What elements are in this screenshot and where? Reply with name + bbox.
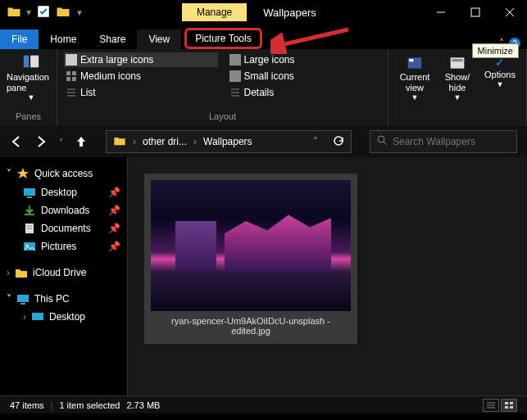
svg-rect-27 [24,188,35,196]
file-thumbnail[interactable]: ryan-spencer-Um9AkOiIDcU-unsplash - edit… [144,174,357,344]
close-button[interactable] [493,0,527,25]
checkbox-icon[interactable] [36,4,51,21]
minimize-button[interactable] [424,0,458,25]
svg-rect-2 [471,8,479,16]
details-view-button[interactable] [483,399,499,412]
list-option[interactable]: List [64,85,218,100]
quick-access-item[interactable]: ˅Quick access [0,164,127,183]
manage-tab[interactable]: Manage [182,3,247,21]
window-title: Wallpapers [263,7,316,19]
navigation-pane-button[interactable]: Navigation pane ▼ [7,52,56,102]
qat-dropdown-icon[interactable]: ▼ [75,8,84,17]
search-input[interactable] [393,136,510,147]
title-bar: ▾ ▼ Manage Wallpapers [0,0,527,25]
navigation-toolbar: ˅ › other dri... › Wallpapers ˅ [0,126,527,157]
address-bar[interactable]: › other dri... › Wallpapers ˅ [106,130,352,153]
folder-icon [15,267,28,278]
selection-count: 1 item selected [59,400,120,410]
svg-line-5 [277,29,348,46]
view-tab[interactable]: View [137,29,181,49]
sidebar-desktop2[interactable]: ›Desktop [0,308,127,326]
ribbon-tabs: File Home Share View Picture Tools ˄ ? [0,25,527,49]
chevron-down-icon: ▼ [28,93,35,102]
medium-icons-option[interactable]: Medium icons [64,69,218,84]
panes-group-label: Panes [7,110,50,123]
pin-icon: 📌 [108,205,120,216]
annotation-arrow [270,26,352,54]
file-tab[interactable]: File [0,29,39,49]
minimize-tooltip: Minimize [472,43,519,58]
dropdown-icon[interactable]: ▾ [26,7,31,18]
svg-line-26 [384,142,387,145]
breadcrumb-drive[interactable]: other dri... [143,136,187,147]
up-button[interactable] [75,135,88,148]
folder-icon [113,135,126,149]
folder-icon[interactable] [7,4,21,21]
extra-large-icons-option[interactable]: Extra large icons [64,52,218,67]
refresh-icon[interactable] [333,135,344,149]
content-area[interactable]: ryan-spencer-Um9AkOiIDcU-unsplash - edit… [127,157,527,395]
maximize-button[interactable] [458,0,493,25]
svg-rect-43 [510,406,513,409]
current-view-button[interactable]: Current view▼ [395,56,434,102]
svg-rect-34 [17,295,29,302]
desktop-icon [23,187,36,198]
home-tab[interactable]: Home [39,29,88,49]
svg-rect-36 [32,313,43,320]
svg-rect-13 [72,77,76,81]
sidebar-thispc[interactable]: ˅This PC [0,290,127,308]
forward-button[interactable] [34,135,48,148]
svg-point-25 [378,136,384,142]
options-button[interactable]: ✓Options▼ [480,56,520,89]
sidebar-pictures[interactable]: Pictures📌 [0,237,127,255]
chevron-down-icon: ˅ [7,293,11,305]
thumbnail-image [151,180,351,311]
selection-size: 2.73 MB [126,400,160,410]
small-icons-option[interactable]: Small icons [228,69,382,84]
download-icon [23,205,36,216]
show-hide-button[interactable]: Show/ hide▼ [438,56,477,102]
large-icons-option[interactable]: Large icons [228,52,382,67]
layout-options: Extra large icons Large icons Medium ico… [64,52,381,100]
folder-small-icon[interactable] [56,4,70,21]
svg-rect-41 [510,402,513,404]
sidebar-icloud[interactable]: ›iCloud Drive [0,264,127,282]
ribbon: Navigation pane ▼ Panes Extra large icon… [0,49,527,126]
thumbnails-view-button[interactable] [501,399,517,412]
recent-dropdown[interactable]: ˅ [59,138,63,147]
status-bar: 47 items | 1 item selected 2.73 MB [0,395,527,413]
chevron-down-icon[interactable]: ˅ [313,136,318,147]
svg-rect-7 [30,56,39,68]
quick-access-toolbar: ▾ ▼ [0,4,84,21]
breadcrumb-folder[interactable]: Wallpapers [203,136,252,147]
svg-rect-42 [505,406,508,409]
svg-rect-28 [27,196,32,198]
svg-rect-10 [66,71,70,75]
svg-rect-12 [66,77,70,81]
chevron-right-icon: › [7,267,10,278]
back-button[interactable] [10,135,23,148]
desktop-icon [31,311,44,323]
layout-group-label: Layout [64,110,381,123]
svg-rect-40 [505,402,508,404]
navigation-sidebar: ˅Quick access Desktop📌 Downloads📌 Docume… [0,157,127,395]
svg-rect-11 [72,71,76,75]
svg-rect-22 [409,59,413,61]
pin-icon: 📌 [108,187,120,198]
sidebar-documents[interactable]: Documents📌 [0,219,127,237]
svg-rect-14 [229,70,241,82]
share-tab[interactable]: Share [88,29,137,49]
picture-tools-tab[interactable]: Picture Tools [184,28,261,49]
sidebar-downloads[interactable]: Downloads📌 [0,201,127,219]
svg-rect-8 [66,54,77,65]
item-count: 47 items [10,400,44,410]
pin-icon: 📌 [108,223,120,234]
chevron-down-icon: ˅ [7,168,11,179]
pc-icon [16,293,30,305]
svg-rect-24 [452,59,462,61]
details-option[interactable]: Details [228,85,382,100]
document-icon [23,223,36,234]
pin-icon: 📌 [108,241,120,252]
search-box[interactable] [370,130,517,153]
sidebar-desktop[interactable]: Desktop📌 [0,183,127,201]
